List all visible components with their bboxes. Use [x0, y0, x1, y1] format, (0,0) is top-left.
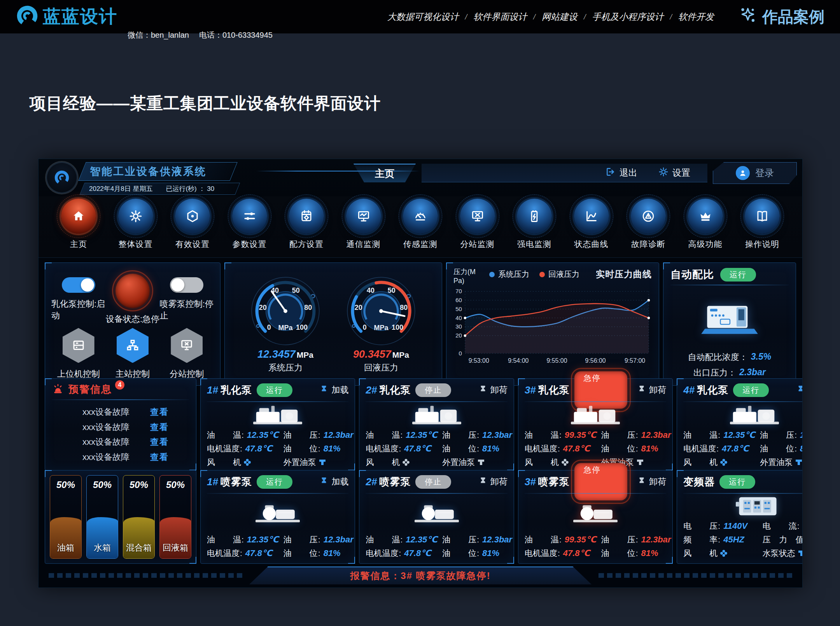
- return-pressure-gauge: 0 20 40 50 80 100 MPa 90.3457MPa 回液压力: [345, 275, 418, 374]
- nav-label: 强电监测: [517, 239, 551, 250]
- site-logo[interactable]: 蓝蓝设计: [16, 4, 117, 29]
- settings-button[interactable]: 设置: [658, 167, 690, 179]
- emulsion-pump-toggle[interactable]: [62, 277, 95, 293]
- unload-button[interactable]: 卸荷: [638, 476, 666, 488]
- oil-press-value: 12.3bar: [324, 535, 354, 545]
- system-pressure-gauge: 0 20 40 50 80 100 MPa 12.3457MPa 系统压力: [249, 275, 322, 374]
- status-badge: 停止: [415, 475, 451, 489]
- settings-label: 设置: [672, 167, 690, 179]
- main-station-button[interactable]: [117, 328, 149, 363]
- nav-item-global-settings[interactable]: 整体设置: [113, 199, 159, 257]
- pump-image: [366, 495, 507, 532]
- unit-label: MPa: [392, 350, 409, 359]
- nav-item-comm-monitor[interactable]: 通信监测: [341, 199, 387, 257]
- view-link[interactable]: 查看: [150, 436, 169, 448]
- nav-item-advanced[interactable]: 高级功能: [682, 199, 728, 257]
- cases-button[interactable]: 作品案例: [739, 6, 824, 28]
- pump-icon: [797, 549, 803, 558]
- dashboard-topbar: 智能工业设备供液系统 2022年4月8日 星期五 已运行(秒) ： 30 主页 …: [38, 159, 802, 196]
- alert-title: 预警信息: [68, 383, 112, 396]
- device-status-label: 设备状态:急停: [106, 313, 159, 325]
- oil-temp-value: 12.35℃: [247, 430, 279, 440]
- nav-item-substation-monitor[interactable]: 分站监测: [455, 199, 500, 257]
- alert-text: xxx设备故障: [82, 451, 130, 463]
- dashboard-screenshot: 智能工业设备供液系统 2022年4月8日 星期五 已运行(秒) ： 30 主页 …: [38, 159, 803, 588]
- nav-item-fault-diagnosis[interactable]: 故障诊断: [625, 199, 671, 257]
- frequency-value: 45HZ: [723, 535, 744, 545]
- pump-image: [207, 495, 348, 532]
- load-button[interactable]: 加载: [797, 384, 803, 396]
- metric-label: 油温: [207, 430, 241, 441]
- pump-id: 1#: [207, 476, 218, 488]
- metric-label: 外置油泵: [442, 457, 475, 468]
- fan-icon: [719, 549, 728, 558]
- siren-icon: [52, 383, 64, 396]
- unload-button[interactable]: 卸荷: [638, 384, 666, 396]
- tank-percent: 50%: [123, 479, 154, 490]
- hourglass-icon: [479, 385, 487, 395]
- pressure-chart-panel: 压力(MPa) 系统压力 回液压力 实时压力曲线 02030405060709:…: [446, 262, 659, 386]
- nav-label: 通信监测: [346, 239, 381, 250]
- curve-icon: [574, 199, 609, 234]
- load-button[interactable]: 加载: [320, 476, 348, 488]
- nav-item-recipe-settings[interactable]: 配方设置: [284, 199, 329, 257]
- unload-button[interactable]: 卸荷: [479, 476, 508, 488]
- menu-separator: /: [533, 12, 536, 21]
- spray-pump-card-1: 1# 喷雾泵 运行 加载 油温:12.35℃: [200, 470, 355, 564]
- svg-text:9:55:00: 9:55:00: [546, 357, 567, 364]
- nav-item-sensor-monitor[interactable]: 传感监测: [397, 199, 443, 257]
- menu-separator: /: [584, 12, 586, 21]
- gauge-tick: 20: [259, 304, 267, 312]
- metric-label: 油压: [442, 430, 476, 441]
- sensor-gauge-icon: [403, 199, 438, 234]
- oil-press-value: 12.3bar: [482, 535, 512, 545]
- metric-label: 油位: [442, 443, 476, 454]
- pump-id: 3#: [525, 384, 536, 396]
- spray-pump-toggle[interactable]: [170, 277, 203, 293]
- host-control-button[interactable]: [63, 328, 94, 363]
- alarm-bar: 报警信息：3# 喷雾泵故障急停!: [45, 565, 796, 586]
- emergency-stop-button[interactable]: [116, 274, 150, 308]
- density-value: 3.5%: [751, 351, 771, 363]
- dashboard-runtime: 已运行(秒) ： 30: [166, 184, 214, 193]
- alert-row: xxx设备故障 查看: [52, 421, 189, 433]
- pump-name: 喷雾泵: [538, 475, 570, 489]
- tab-home[interactable]: 主页: [354, 164, 416, 182]
- nav-item-valid-settings[interactable]: 有效设置: [170, 199, 215, 257]
- menu-item-software-ui[interactable]: 软件界面设计: [473, 11, 527, 23]
- oil-level-value: 81%: [324, 444, 341, 454]
- view-link[interactable]: 查看: [150, 451, 169, 463]
- nav-item-manual[interactable]: 操作说明: [739, 199, 785, 257]
- nav-item-power-monitor[interactable]: 强电监测: [511, 199, 557, 257]
- nav-item-status-curve[interactable]: 状态曲线: [569, 199, 614, 257]
- metric-label: 电机温度: [366, 548, 398, 559]
- metric-label: 电压: [683, 521, 718, 532]
- load-button[interactable]: 加载: [320, 384, 348, 396]
- view-link[interactable]: 查看: [150, 421, 169, 433]
- metric-label: 油压: [760, 430, 794, 441]
- login-button[interactable]: 登录: [713, 162, 797, 184]
- control-panel: 乳化泵控制:启动 设备状态:急停 喷雾泵控制:停止: [45, 262, 220, 386]
- menu-item-dev[interactable]: 软件开发: [678, 11, 714, 23]
- motor-temp-value: 47.8℃: [563, 444, 590, 454]
- cases-label: 作品案例: [762, 6, 824, 28]
- legend-system-pressure: 系统压力: [489, 269, 529, 280]
- oil-temp-value: 12.35℃: [723, 430, 755, 440]
- menu-item-mobile[interactable]: 手机及小程序设计: [592, 11, 663, 23]
- menu-separator: /: [670, 12, 672, 21]
- oil-level-value: 81%: [482, 444, 499, 454]
- monitor-x-icon: [180, 338, 194, 352]
- metric-label: 油温: [366, 534, 400, 545]
- pump-card-2: 2# 乳化泵 停止 卸荷 油温:12.35℃: [359, 378, 514, 470]
- substation-button[interactable]: [171, 328, 203, 363]
- auto-ratio-title: 自动配比: [670, 268, 714, 282]
- unload-button[interactable]: 卸荷: [479, 384, 508, 396]
- view-link[interactable]: 查看: [150, 406, 169, 418]
- nav-item-home[interactable]: 主页: [56, 199, 102, 257]
- action-label: 卸荷: [649, 476, 666, 488]
- nav-item-parameter-settings[interactable]: 参数设置: [227, 199, 273, 257]
- dashboard-logo-icon: [47, 163, 77, 192]
- logout-button[interactable]: 退出: [606, 167, 637, 179]
- menu-item-website[interactable]: 网站建设: [542, 11, 578, 23]
- menu-item-bigdata[interactable]: 大数据可视化设计: [387, 11, 459, 23]
